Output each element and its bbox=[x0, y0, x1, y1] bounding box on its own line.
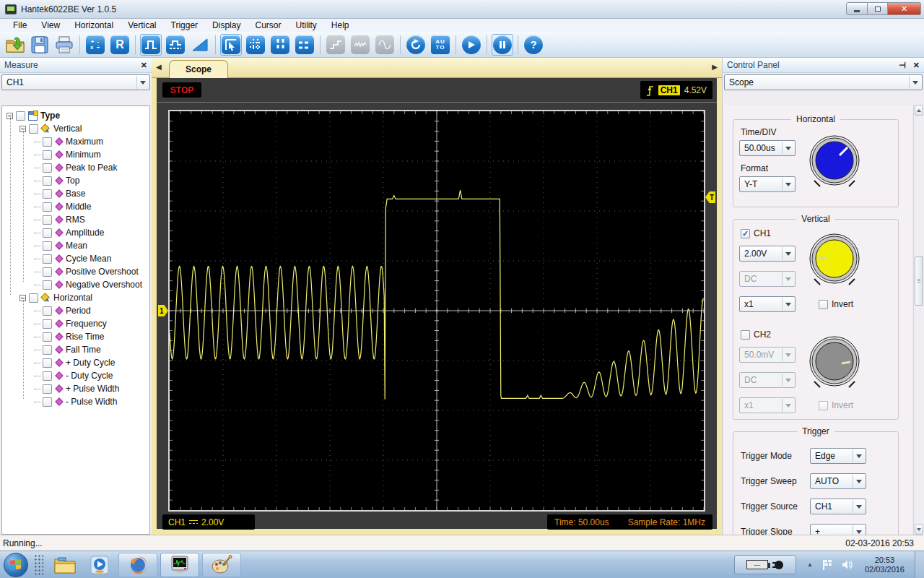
checkbox[interactable] bbox=[43, 280, 52, 290]
grid-button[interactable] bbox=[245, 34, 266, 56]
ch1-invert-checkbox[interactable]: Invert bbox=[819, 299, 853, 309]
tree-item-rms[interactable]: RMS bbox=[2, 213, 149, 226]
step-wave-button[interactable] bbox=[325, 34, 346, 56]
help-button[interactable]: ? bbox=[523, 34, 544, 56]
ch2-scale-select[interactable]: 50.0mV bbox=[739, 347, 796, 363]
math-button[interactable]: + -x ÷ bbox=[84, 34, 106, 56]
ch1-position-knob[interactable] bbox=[806, 231, 863, 290]
pulse-display-button[interactable] bbox=[140, 34, 162, 56]
menu-help[interactable]: Help bbox=[324, 20, 357, 31]
menu-trigger[interactable]: Trigger bbox=[164, 20, 206, 31]
ch1-probe-select[interactable]: x1 bbox=[739, 296, 796, 312]
control-panel-close-icon[interactable]: ✕ bbox=[913, 61, 920, 70]
trigger-source-select[interactable]: CH1 bbox=[810, 499, 866, 514]
measure-channel-select[interactable]: CH1 bbox=[1, 74, 150, 90]
checkbox[interactable] bbox=[43, 150, 52, 160]
tree-item-maximum[interactable]: Maximum bbox=[2, 135, 149, 148]
menu-file[interactable]: File bbox=[6, 20, 34, 31]
control-panel-scrollbar[interactable] bbox=[913, 105, 924, 535]
scroll-up-icon[interactable] bbox=[915, 105, 923, 116]
checkbox[interactable] bbox=[43, 137, 52, 147]
checkbox[interactable] bbox=[43, 228, 52, 238]
menu-view[interactable]: View bbox=[34, 20, 67, 31]
open-button[interactable] bbox=[4, 34, 26, 56]
checkbox[interactable] bbox=[16, 111, 25, 121]
close-button[interactable]: ✕ bbox=[888, 2, 921, 15]
explorer-taskbar-icon[interactable] bbox=[52, 553, 78, 577]
checkbox[interactable] bbox=[43, 202, 52, 212]
checkbox[interactable] bbox=[29, 293, 38, 303]
paint-taskbar-button[interactable] bbox=[202, 553, 241, 577]
tree-item-top[interactable]: Top bbox=[2, 174, 149, 187]
checkbox[interactable] bbox=[43, 267, 52, 277]
format-select[interactable]: Y-T bbox=[739, 176, 796, 192]
start-button[interactable] bbox=[461, 34, 482, 56]
horizontal-cursors-button[interactable] bbox=[294, 34, 315, 56]
firefox-taskbar-button[interactable] bbox=[118, 553, 157, 577]
sine-button[interactable] bbox=[374, 34, 396, 56]
autoset-button[interactable]: AUTO bbox=[430, 34, 451, 56]
media-player-taskbar-icon[interactable] bbox=[87, 553, 113, 577]
tree-item-duty-cycle[interactable]: + Duty Cycle bbox=[2, 356, 149, 369]
battery-tray-widget[interactable]: --- bbox=[734, 555, 796, 574]
cursor-button[interactable] bbox=[220, 34, 242, 56]
ch1-enable-checkbox[interactable]: ✓CH1 bbox=[741, 228, 771, 238]
trigger-slope-select[interactable]: + bbox=[810, 524, 866, 535]
menu-display[interactable]: Display bbox=[205, 20, 248, 31]
checkbox[interactable] bbox=[43, 241, 52, 251]
tree-item-negative-overshoot[interactable]: Negative Overshoot bbox=[2, 278, 149, 291]
menu-cursor[interactable]: Cursor bbox=[248, 20, 288, 31]
ch1-ground-marker[interactable]: 1 bbox=[158, 305, 168, 316]
trigger-mode-select[interactable]: Edge bbox=[810, 448, 866, 464]
print-button[interactable] bbox=[53, 34, 75, 56]
reference-button[interactable]: R bbox=[109, 34, 131, 56]
tree-item-rise-time[interactable]: Rise Time bbox=[2, 330, 149, 343]
start-button[interactable] bbox=[4, 553, 28, 577]
tree-item-frequency[interactable]: Frequency bbox=[2, 317, 149, 330]
time-div-select[interactable]: 50.00us bbox=[739, 140, 796, 156]
pause-button[interactable] bbox=[492, 34, 513, 56]
menu-vertical[interactable]: Vertical bbox=[121, 20, 163, 31]
volume-icon[interactable] bbox=[842, 559, 853, 570]
panel-mode-select[interactable]: Scope bbox=[724, 74, 923, 90]
ch2-invert-checkbox[interactable]: Invert bbox=[819, 400, 853, 410]
checkbox[interactable] bbox=[43, 163, 52, 173]
checkbox[interactable] bbox=[43, 371, 52, 381]
checkbox[interactable] bbox=[43, 319, 52, 329]
ch1-scale-select[interactable]: 2.00V bbox=[739, 246, 796, 262]
checkbox[interactable] bbox=[43, 332, 52, 342]
menu-utility[interactable]: Utility bbox=[288, 20, 323, 31]
ch1-coupling-select[interactable]: DC bbox=[739, 271, 796, 287]
tree-item-pulse-width[interactable]: + Pulse Width bbox=[2, 382, 149, 395]
tree-item-horizontal[interactable]: Horizontal bbox=[2, 291, 149, 304]
checkbox[interactable] bbox=[43, 397, 52, 407]
tree-item-vertical[interactable]: Vertical bbox=[2, 122, 149, 135]
noisy-sine-button[interactable] bbox=[349, 34, 371, 56]
scroll-down-icon[interactable] bbox=[915, 524, 923, 535]
refresh-button[interactable] bbox=[405, 34, 427, 56]
tree-item-period[interactable]: Period bbox=[2, 304, 149, 317]
checkbox[interactable] bbox=[43, 384, 52, 394]
checkbox[interactable] bbox=[29, 124, 38, 134]
trigger-level-marker[interactable]: T bbox=[705, 191, 715, 203]
tree-item-minimum[interactable]: Minimum bbox=[2, 148, 149, 161]
checkbox[interactable] bbox=[43, 345, 52, 355]
measure-close-icon[interactable]: ✕ bbox=[141, 61, 147, 70]
taskbar-clock[interactable]: 20:53 02/03/2016 bbox=[865, 556, 905, 574]
action-center-flag-icon[interactable] bbox=[822, 559, 833, 571]
ramp-button[interactable] bbox=[189, 34, 211, 56]
pin-icon[interactable]: ⊣ bbox=[899, 61, 906, 70]
trigger-sweep-select[interactable]: AUTO bbox=[810, 473, 866, 489]
tree-item-duty-cycle[interactable]: - Duty Cycle bbox=[2, 369, 149, 382]
tree-item-pulse-width[interactable]: - Pulse Width bbox=[2, 395, 149, 408]
tree-item-base[interactable]: Base bbox=[2, 187, 149, 200]
scrollbar-thumb[interactable] bbox=[915, 256, 923, 306]
ch2-coupling-select[interactable]: DC bbox=[739, 372, 796, 388]
tab-scroll-left-icon[interactable]: ◀ bbox=[156, 63, 162, 71]
checkbox[interactable] bbox=[43, 176, 52, 186]
checkbox[interactable] bbox=[43, 306, 52, 316]
tree-item-peak-to-peak[interactable]: Peak to Peak bbox=[2, 161, 149, 174]
tree-item-positive-overshoot[interactable]: Positive Overshoot bbox=[2, 265, 149, 278]
tree-item-amplitude[interactable]: Amplitude bbox=[2, 226, 149, 239]
ch2-probe-select[interactable]: x1 bbox=[739, 397, 796, 413]
